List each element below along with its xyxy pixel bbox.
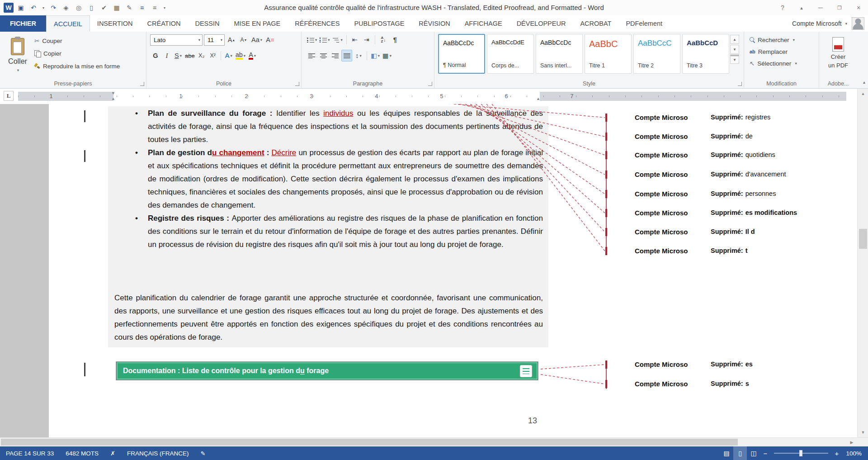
decrease-indent-button[interactable]: ⇤	[349, 34, 360, 46]
web-layout-button[interactable]: ◫	[747, 446, 760, 460]
tab-developpeur[interactable]: DÉVELOPPEUR	[509, 15, 573, 32]
font-color-button[interactable]: A▾	[247, 50, 258, 62]
justify-button[interactable]	[341, 50, 352, 62]
new-document-icon[interactable]: ▯	[86, 2, 97, 13]
avatar[interactable]	[852, 17, 864, 30]
spelling-check-icon[interactable]: ✔	[99, 2, 109, 13]
clear-formatting-button[interactable]: A	[264, 34, 275, 46]
style-sans-interligne[interactable]: AaBbCcDc Sans interl...	[536, 34, 583, 74]
minimize-icon[interactable]: ─	[811, 0, 830, 15]
first-line-indent-marker[interactable]: ▼	[111, 91, 115, 95]
save-icon[interactable]: ▣	[15, 2, 26, 13]
zoom-in-button[interactable]: +	[832, 450, 842, 457]
font-name-select[interactable]: Lato ▾	[150, 34, 203, 46]
copy-button[interactable]: Copier	[34, 48, 61, 59]
bold-button[interactable]: G	[150, 50, 161, 62]
text-effects-button[interactable]: A▾	[223, 50, 234, 62]
comment-row[interactable]: Compte MicrosoSupprimé:es	[635, 360, 857, 368]
select-button[interactable]: ↖ Sélectionner ▾	[750, 58, 797, 69]
bullet-item[interactable]: • Plan de gestion du changement : Décrir…	[133, 146, 543, 212]
undo-icon[interactable]: ↶	[28, 2, 39, 13]
tab-stop-selector[interactable]: L	[4, 91, 14, 101]
tab-insertion[interactable]: INSERTION	[90, 15, 140, 32]
style-gallery-more-icon[interactable]: ▼	[730, 55, 739, 64]
tab-creation[interactable]: CRÉATION	[140, 15, 188, 32]
align-right-button[interactable]	[330, 50, 340, 62]
multilevel-list-button[interactable]: ▾	[332, 34, 344, 46]
comment-row[interactable]: Compte MicrosoSupprimé:s	[635, 380, 857, 388]
pen-icon[interactable]: ✎	[124, 2, 135, 13]
quick-print-icon[interactable]: ▦	[111, 2, 122, 13]
page-indicator[interactable]: PAGE 14 SUR 33	[0, 446, 60, 460]
vertical-scrollbar[interactable]: ▲ ▼	[857, 89, 868, 437]
borders-button[interactable]: ▦▾	[382, 50, 392, 62]
bullets-button[interactable]: ▾	[306, 34, 318, 46]
style-titre-1[interactable]: AaBbC Titre 1	[585, 34, 632, 74]
style-titre-2[interactable]: AaBbCcC Titre 2	[633, 34, 680, 74]
create-pdf-button[interactable]: Créer un PDF	[823, 34, 854, 80]
zoom-out-button[interactable]: −	[760, 450, 770, 457]
highlight-button[interactable]: ab▾	[235, 50, 246, 62]
align-center-button[interactable]	[318, 50, 329, 62]
scroll-right-icon[interactable]: ▶	[846, 438, 857, 447]
comment-row[interactable]: Compte MicrosoSupprimé:personnes	[635, 190, 857, 198]
bullet-list[interactable]: • Plan de surveillance du forage : Ident…	[133, 107, 543, 251]
bullet-item[interactable]: • Plan de surveillance du forage : Ident…	[133, 107, 543, 146]
tab-mise-en-page[interactable]: MISE EN PAGE	[226, 15, 288, 32]
closing-paragraph[interactable]: Cette planification du calendrier de for…	[114, 291, 543, 344]
format-painter-button[interactable]: Reproduire la mise en forme	[34, 61, 120, 71]
style-gallery-up-icon[interactable]: ▲	[730, 35, 739, 44]
bullet-list-icon[interactable]: ≡	[137, 2, 147, 13]
paragraph-dialog-launcher-icon[interactable]	[428, 82, 432, 86]
comment-row[interactable]: Compte MicrosoSupprimé:de	[635, 133, 857, 140]
tab-references[interactable]: RÉFÉRENCES	[288, 15, 347, 32]
zoom-slider[interactable]	[774, 453, 828, 454]
checklist-icon[interactable]	[520, 365, 532, 377]
comment-row[interactable]: Compte MicrosoSupprimé:Il d	[635, 228, 857, 236]
close-icon[interactable]: ×	[849, 0, 868, 15]
tab-affichage[interactable]: AFFICHAGE	[458, 15, 509, 32]
change-case-button[interactable]: Aa▾	[250, 34, 263, 46]
tab-fichier[interactable]: FICHIER	[0, 15, 46, 32]
shrink-font-button[interactable]: A▼	[238, 34, 249, 46]
italic-button[interactable]: I	[161, 50, 172, 62]
underline-button[interactable]: S▾	[173, 50, 184, 62]
account-menu[interactable]: Compte Microsoft ▾	[792, 15, 847, 32]
touch-mode-icon[interactable]: ◈	[61, 2, 71, 13]
styles-dialog-launcher-icon[interactable]	[738, 82, 742, 86]
line-spacing-button[interactable]: ↕▾	[353, 50, 364, 62]
superscript-button[interactable]: X²	[208, 50, 218, 62]
subscript-button[interactable]: X₂	[196, 50, 207, 62]
increase-indent-button[interactable]: ⇥	[361, 34, 372, 46]
horizontal-scrollbar[interactable]: ▶	[0, 437, 868, 446]
font-dialog-launcher-icon[interactable]	[295, 82, 299, 86]
tab-revision[interactable]: RÉVISION	[411, 15, 457, 32]
style-gallery-down-icon[interactable]: ▼	[730, 45, 739, 54]
style-corps-de[interactable]: AaBbCcDdE Corps de...	[487, 34, 534, 74]
style-normal[interactable]: AaBbCcDc ¶ Normal	[438, 34, 485, 74]
tab-dessin[interactable]: DESSIN	[188, 15, 226, 32]
print-preview-icon[interactable]: ◎	[73, 2, 84, 13]
bullet-item[interactable]: • Registre des risques : Apporter des am…	[133, 212, 543, 251]
strikethrough-button[interactable]: abe	[184, 50, 196, 62]
comment-row[interactable]: Compte MicrosoSupprimé:d'avancement	[635, 171, 857, 178]
customize-qat-icon[interactable]: ▾	[162, 2, 167, 13]
zoom-level[interactable]: 100%	[842, 450, 868, 457]
paste-button[interactable]: Coller ▾	[5, 34, 31, 81]
language-indicator[interactable]: FRANÇAIS (FRANCE)	[121, 446, 195, 460]
scroll-down-icon[interactable]: ▼	[858, 427, 868, 437]
numbering-button[interactable]: ▾	[319, 34, 330, 46]
tab-publipostage[interactable]: PUBLIPOSTAGE	[347, 15, 411, 32]
style-titre-3[interactable]: AaBbCcD Titre 3	[682, 34, 729, 74]
undo-dropdown-icon[interactable]: ▾	[41, 2, 46, 13]
show-paragraph-marks-button[interactable]: ¶	[390, 34, 401, 46]
sort-button[interactable]: AZ↓	[378, 34, 389, 46]
tab-accueil[interactable]: ACCUEIL	[46, 15, 90, 32]
grow-font-button[interactable]: A▲	[226, 34, 237, 46]
font-size-select[interactable]: 11 ▾	[204, 34, 225, 46]
print-layout-button[interactable]: ▯	[733, 446, 747, 460]
tab-acrobat[interactable]: ACROBAT	[573, 15, 618, 32]
vertical-scrollbar-thumb[interactable]	[859, 229, 867, 249]
align-left-button[interactable]	[306, 50, 317, 62]
tab-pdfelement[interactable]: PDFelement	[618, 15, 670, 32]
